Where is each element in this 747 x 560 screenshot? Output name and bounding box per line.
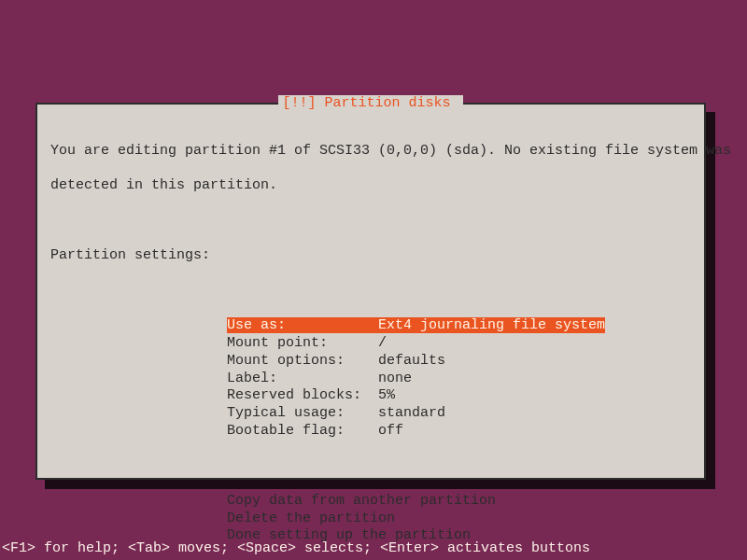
title-marker: [!!] — [282, 95, 316, 111]
action-row-1[interactable]: Delete the partition — [50, 511, 691, 528]
help-footer: <F1> for help; <Tab> moves; <Space> sele… — [2, 540, 590, 558]
action-row-0[interactable]: Copy data from another partition — [50, 493, 691, 511]
dialog-title-wrap: [!!] Partition disks — [37, 95, 704, 113]
setting-selected[interactable]: Use as: Ext4 journaling file system — [227, 317, 605, 333]
partition-dialog: [!!] Partition disks You are editing par… — [35, 103, 706, 480]
setting-row-6[interactable]: Bootable flag: off — [50, 423, 691, 441]
setting-row-1[interactable]: Mount point: / — [50, 335, 691, 353]
setting-row-4[interactable]: Reserved blocks: 5% — [50, 387, 691, 405]
title-text: Partition disks — [324, 95, 450, 111]
setting-row-2[interactable]: Mount options: defaults — [50, 353, 691, 371]
setting-row-0[interactable]: Use as: Ext4 journaling file system — [50, 317, 691, 335]
actions-block: Copy data from another partition Delete … — [50, 493, 691, 545]
intro-line-2: detected in this partition. — [50, 177, 691, 195]
dialog-content: You are editing partition #1 of SCSI33 (… — [50, 125, 691, 465]
blank-1 — [50, 213, 691, 231]
dialog-title: [!!] Partition disks — [278, 95, 462, 113]
setting-row-5[interactable]: Typical usage: standard — [50, 405, 691, 423]
settings-heading: Partition settings: — [50, 247, 691, 265]
setting-row-3[interactable]: Label: none — [50, 371, 691, 388]
settings-block: Use as: Ext4 journaling file system Moun… — [50, 317, 691, 440]
blank-2 — [50, 283, 691, 301]
intro-line-1: You are editing partition #1 of SCSI33 (… — [50, 143, 691, 161]
blank-3 — [50, 457, 691, 475]
